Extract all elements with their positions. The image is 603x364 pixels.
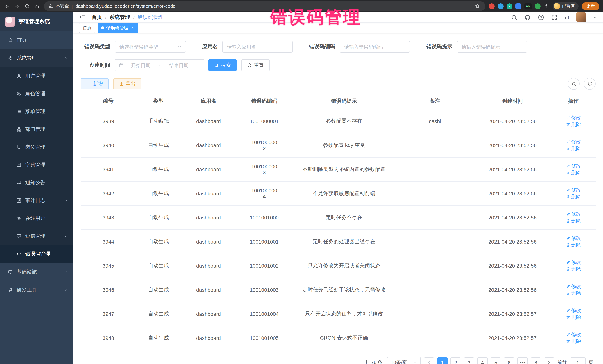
sidebar-item-error-code-mgmt[interactable]: 错误码管理 <box>0 245 73 263</box>
font-size-icon[interactable]: TT <box>564 14 570 20</box>
delete-button[interactable]: 删除 <box>566 218 581 224</box>
cell-id: 3947 <box>81 302 136 326</box>
delete-button[interactable]: 删除 <box>566 338 581 345</box>
sidebar-item-dict-mgmt[interactable]: 字典管理 <box>0 156 73 174</box>
sidebar-item-online-users[interactable]: 在线用户 <box>0 210 73 227</box>
page-button-3[interactable]: 3 <box>464 357 474 364</box>
cell-time: 2021-04-20 23:52:56 <box>474 254 551 278</box>
prev-page-button[interactable] <box>424 357 434 364</box>
reset-button[interactable]: 重置 <box>241 59 270 71</box>
breadcrumb-home[interactable]: 首页 <box>92 14 102 21</box>
cell-ops: 修改 删除 <box>551 254 596 278</box>
extension-icon-green[interactable] <box>534 3 541 9</box>
fullscreen-icon[interactable] <box>551 14 558 21</box>
delete-button[interactable]: 删除 <box>566 242 581 248</box>
error-code-input[interactable] <box>344 44 406 50</box>
delete-button[interactable]: 删除 <box>566 194 581 200</box>
extension-icon-blue[interactable] <box>498 3 503 9</box>
bookmark-star-icon[interactable] <box>474 3 481 10</box>
sidebar-item-post-mgmt[interactable]: 岗位管理 <box>0 138 73 156</box>
sidebar-item-infrastructure[interactable]: 基础设施 <box>0 263 73 281</box>
delete-button[interactable]: 删除 <box>566 290 581 297</box>
reload-icon[interactable] <box>24 3 30 10</box>
pushpin-icon[interactable] <box>544 3 549 9</box>
delete-button[interactable]: 删除 <box>566 169 581 176</box>
edit-button[interactable]: 修改 <box>566 259 581 266</box>
sidebar-item-dept-mgmt[interactable]: 部门管理 <box>0 121 73 138</box>
cell-time: 2021-04-20 23:52:57 <box>474 326 551 350</box>
edit-button[interactable]: 修改 <box>566 283 581 290</box>
delete-button[interactable]: 删除 <box>566 314 581 321</box>
edit-button[interactable]: 修改 <box>566 163 581 169</box>
edit-button[interactable]: 修改 <box>566 331 581 338</box>
header-search-icon[interactable] <box>511 14 518 21</box>
browser-update-button[interactable]: 更新 <box>582 2 599 10</box>
sidebar-item-role-mgmt[interactable]: 角色管理 <box>0 85 73 103</box>
sidebar-item-notice-mgmt[interactable]: 通知公告 <box>0 174 73 192</box>
goto-page-input[interactable] <box>570 357 586 364</box>
url-bar[interactable]: 不安全 | dashboard.yudao.iocoder.cn/system/… <box>44 1 485 11</box>
add-button[interactable]: 新增 <box>81 78 109 89</box>
edit-button[interactable]: 修改 <box>566 139 581 145</box>
page-button-4[interactable]: 4 <box>477 357 487 364</box>
delete-button[interactable]: 删除 <box>566 121 581 128</box>
more-pages-button[interactable]: ••• <box>517 357 528 364</box>
sidebar-item-system-mgmt[interactable]: 系统管理 <box>0 49 73 67</box>
edit-button[interactable]: 修改 <box>566 235 581 242</box>
search-button[interactable]: 搜索 <box>208 59 237 71</box>
date-range-picker[interactable]: - <box>115 59 204 71</box>
sidebar-item-home[interactable]: 首页 <box>0 31 73 49</box>
next-page-button[interactable] <box>544 357 554 364</box>
extension-icon-on[interactable]: on <box>524 3 532 9</box>
edit-button[interactable]: 修改 <box>566 211 581 218</box>
page-button-5[interactable]: 5 <box>491 357 501 364</box>
app-logo-area[interactable]: 芋道管理系统 <box>0 12 73 31</box>
help-icon[interactable] <box>537 14 545 21</box>
edit-button[interactable]: 修改 <box>566 187 581 194</box>
extension-icon-red[interactable] <box>488 3 494 9</box>
page-button-8[interactable]: 8 <box>531 357 541 364</box>
error-hint-field[interactable] <box>457 41 527 53</box>
close-icon[interactable] <box>130 26 135 30</box>
extension-icon-grid[interactable] <box>515 3 521 9</box>
page-button-2[interactable]: 2 <box>451 357 461 364</box>
browser-home-icon[interactable] <box>34 3 40 10</box>
error-code-type-select[interactable] <box>115 41 186 53</box>
delete-button[interactable]: 删除 <box>566 145 581 152</box>
caret-down-icon[interactable] <box>593 15 597 20</box>
page-button-1[interactable]: 1 <box>437 357 448 364</box>
sidebar-toggle-icon[interactable] <box>79 13 86 21</box>
edit-button[interactable]: 修改 <box>566 115 581 121</box>
export-button[interactable]: 导出 <box>113 78 141 89</box>
breadcrumb-system-mgmt[interactable]: 系统管理 <box>109 14 130 21</box>
browser-profile-button[interactable]: 已暂停 <box>552 2 579 10</box>
sidebar-item-menu-mgmt[interactable]: 菜单管理 <box>0 103 73 121</box>
sync-paused-label: 已暂停 <box>562 3 575 9</box>
extension-icon-teal[interactable]: V <box>506 3 512 9</box>
edit-button[interactable]: 修改 <box>566 307 581 314</box>
error-code-type-input[interactable] <box>119 44 175 50</box>
github-icon[interactable] <box>524 14 531 21</box>
delete-button[interactable]: 删除 <box>566 266 581 272</box>
user-avatar[interactable] <box>576 12 586 22</box>
forward-icon[interactable] <box>14 3 20 10</box>
sidebar-item-dev-tools[interactable]: 研发工具 <box>0 281 73 299</box>
app-logo <box>5 16 15 26</box>
app-name-field[interactable] <box>222 41 293 53</box>
tag-error-code-mgmt[interactable]: 错误码管理 <box>98 22 139 33</box>
sidebar-item-sms-mgmt[interactable]: 短信管理 <box>0 227 73 245</box>
back-icon[interactable] <box>4 3 10 10</box>
error-hint-input[interactable] <box>461 44 523 50</box>
page-button-6[interactable]: 6 <box>504 357 514 364</box>
cell-memo <box>396 133 474 157</box>
end-date-input[interactable] <box>164 62 193 68</box>
toggle-search-button[interactable] <box>568 78 580 90</box>
refresh-table-button[interactable] <box>584 78 596 90</box>
error-code-field[interactable] <box>339 41 410 53</box>
app-name-input[interactable] <box>226 44 289 50</box>
tag-home[interactable]: 首页 <box>79 22 95 33</box>
page-size-select[interactable]: 10条/页 <box>387 357 421 364</box>
start-date-input[interactable] <box>127 62 155 68</box>
sidebar-item-user-mgmt[interactable]: 用户管理 <box>0 67 73 85</box>
sidebar-item-audit-log[interactable]: 审计日志 <box>0 192 73 210</box>
